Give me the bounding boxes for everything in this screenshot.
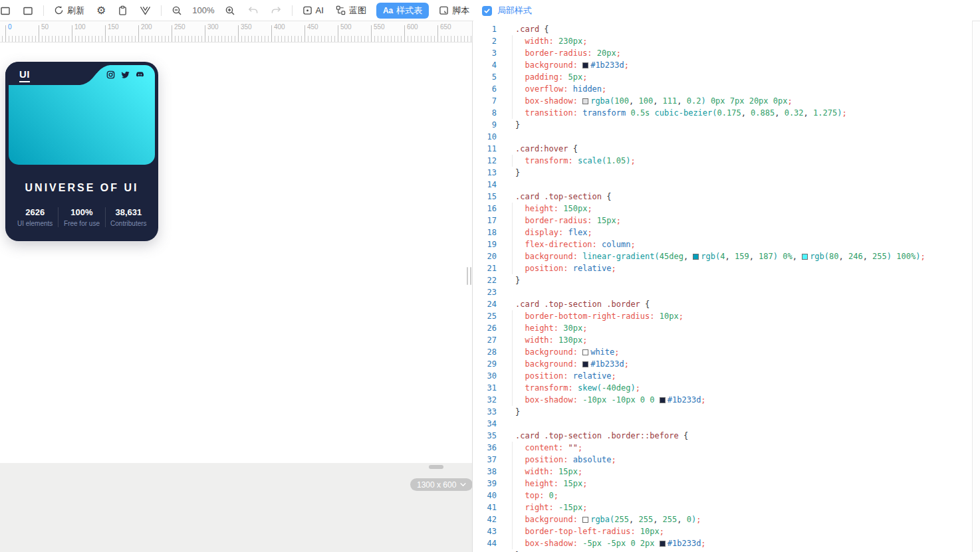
twitter-icon[interactable]: [121, 70, 130, 79]
code-line[interactable]: 37 position: absolute;: [473, 454, 972, 466]
code-line[interactable]: 30 position: relative;: [473, 370, 972, 382]
color-swatch[interactable]: [693, 254, 699, 260]
code-line[interactable]: 42 background: rgba(255, 255, 255, 0);: [473, 513, 972, 525]
indent-guide: [512, 238, 513, 250]
code-line[interactable]: 21 position: relative;: [473, 262, 972, 274]
clipboard-button[interactable]: [112, 0, 134, 21]
code-line[interactable]: 14: [473, 179, 972, 191]
undo-button[interactable]: [241, 0, 265, 21]
horizontal-scrollbar-thumb[interactable]: [429, 465, 443, 469]
local-style-checkbox[interactable]: [482, 6, 492, 16]
ruler-unit: 100: [72, 25, 105, 43]
code-line[interactable]: 27 width: 130px;: [473, 334, 972, 346]
editor-scrollbar-track[interactable]: [972, 21, 980, 552]
indent-guide: [512, 59, 513, 71]
zoom-level[interactable]: 100%: [188, 5, 218, 15]
code-line[interactable]: 7 box-shadow: rgba(100, 100, 111, 0.2) 0…: [473, 95, 972, 107]
code-line[interactable]: 9}: [473, 119, 972, 131]
line-number: 28: [473, 346, 497, 358]
local-style-toggle[interactable]: 局部样式: [473, 0, 972, 21]
cropped-left-icon[interactable]: [0, 0, 17, 21]
code-line[interactable]: 10: [473, 131, 972, 143]
code-line[interactable]: 24.card .top-section .border {: [473, 298, 972, 310]
indent-guide: [512, 203, 513, 215]
panel-resize-handle[interactable]: [467, 267, 471, 285]
code-line[interactable]: 1.card {: [473, 23, 972, 35]
instagram-icon[interactable]: [106, 70, 115, 79]
indent-guide: [512, 310, 513, 322]
color-swatch[interactable]: [582, 98, 588, 104]
color-swatch[interactable]: [802, 254, 808, 260]
code-line[interactable]: 40 top: 0;: [473, 490, 972, 502]
line-number: 8: [473, 107, 497, 119]
color-swatch[interactable]: [582, 517, 588, 523]
zoom-in-icon: [225, 5, 235, 16]
line-number: 20: [473, 250, 497, 262]
color-swatch[interactable]: [660, 397, 666, 403]
line-number: 12: [473, 155, 497, 167]
code-line[interactable]: 6 overflow: hidden;: [473, 83, 972, 95]
code-line[interactable]: 22}: [473, 274, 972, 286]
indent-guide: [512, 442, 513, 454]
clipboard-icon: [118, 5, 128, 16]
code-line[interactable]: 29 background: #1b233d;: [473, 358, 972, 370]
zoom-in-button[interactable]: [219, 0, 241, 21]
code-line[interactable]: 31 transform: skew(-40deg);: [473, 382, 972, 394]
code-line[interactable]: 18 display: flex;: [473, 227, 972, 238]
redo-button[interactable]: [265, 0, 288, 21]
color-swatch[interactable]: [582, 62, 588, 68]
code-line[interactable]: 43 border-top-left-radius: 10px;: [473, 525, 972, 537]
code-line[interactable]: 13}: [473, 167, 972, 179]
code-line[interactable]: 5 padding: 5px;: [473, 71, 972, 83]
code-line[interactable]: 20 background: linear-gradient(45deg, rg…: [473, 250, 972, 262]
discord-icon[interactable]: [136, 70, 144, 79]
code-line[interactable]: 45}: [473, 549, 972, 552]
code-line[interactable]: 44 box-shadow: -5px -5px 0 2px #1b233d;: [473, 537, 972, 549]
code-line[interactable]: 16 height: 150px;: [473, 203, 972, 215]
code-line[interactable]: 41 right: -15px;: [473, 502, 972, 513]
color-swatch[interactable]: [660, 541, 666, 547]
refresh-label: 刷新: [67, 5, 84, 17]
code-line[interactable]: 12 transform: scale(1.05);: [473, 155, 972, 167]
code-line[interactable]: 19 flex-direction: column;: [473, 238, 972, 250]
css-code-editor[interactable]: 1.card {2 width: 230px;3 border-radius: …: [473, 21, 972, 552]
color-swatch[interactable]: [582, 349, 588, 355]
indent-guide: [512, 71, 513, 83]
settings-button[interactable]: ⚙: [90, 0, 112, 21]
code-line[interactable]: 26 height: 30px;: [473, 322, 972, 334]
code-line[interactable]: 28 background: white;: [473, 346, 972, 358]
code-line[interactable]: 4 background: #1b233d;: [473, 59, 972, 71]
code-line[interactable]: 33}: [473, 406, 972, 418]
code-line[interactable]: 3 border-radius: 20px;: [473, 47, 972, 59]
line-number: 36: [473, 442, 497, 454]
code-line[interactable]: 25 border-bottom-right-radius: 10px;: [473, 310, 972, 322]
code-line[interactable]: 15.card .top-section {: [473, 191, 972, 203]
line-number: 18: [473, 227, 497, 238]
code-line[interactable]: 11.card:hover {: [473, 143, 972, 155]
code-line[interactable]: 34: [473, 418, 972, 430]
preview-card[interactable]: UI UNIVERSE OF UI 2626 UI elements 100% …: [5, 62, 158, 241]
ai-button[interactable]: AI: [297, 0, 330, 21]
blueprint-button[interactable]: 蓝图: [330, 0, 372, 21]
stylesheet-tab[interactable]: Aa 样式表: [376, 3, 429, 19]
code-line[interactable]: 39 height: 15px;: [473, 478, 972, 490]
code-line[interactable]: 38 width: 15px;: [473, 466, 972, 478]
code-line[interactable]: 8 transition: transform 0.5s cubic-bezie…: [473, 107, 972, 119]
zoom-out-button[interactable]: [166, 0, 188, 21]
code-line[interactable]: 36 content: "";: [473, 442, 972, 454]
code-line[interactable]: 32 box-shadow: -10px -10px 0 0 #1b233d;: [473, 394, 972, 406]
line-number: 42: [473, 513, 497, 525]
code-line[interactable]: 2 width: 230px;: [473, 35, 972, 47]
frame-icon[interactable]: [17, 0, 39, 21]
canvas-size-selector[interactable]: 1300 x 600: [410, 478, 473, 491]
refresh-button[interactable]: 刷新: [48, 0, 90, 21]
color-swatch[interactable]: [582, 361, 588, 367]
indent-guide: [512, 358, 513, 370]
line-number: 5: [473, 71, 497, 83]
code-line[interactable]: 23: [473, 286, 972, 298]
line-number: 14: [473, 179, 497, 191]
script-tab[interactable]: 脚本: [433, 0, 475, 21]
code-line[interactable]: 17 border-radius: 15px;: [473, 215, 972, 227]
vue-button[interactable]: [134, 0, 157, 21]
code-line[interactable]: 35.card .top-section .border::before {: [473, 430, 972, 442]
